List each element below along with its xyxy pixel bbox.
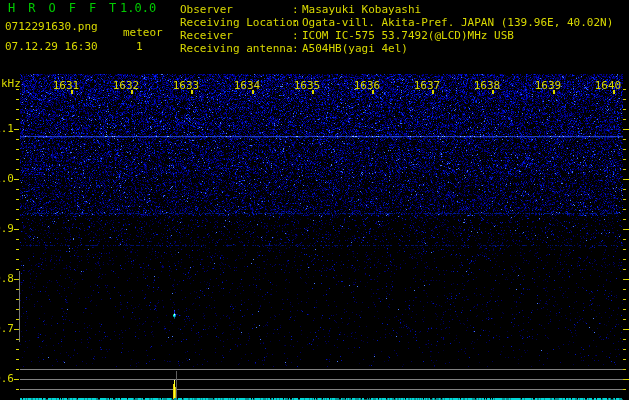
separator: : (292, 3, 302, 16)
location-label: Receiving Location (180, 16, 292, 29)
x-tick-label: 1639 (535, 80, 562, 92)
y-tick-label: 1.1 (0, 123, 14, 135)
hrofft-output-image: HROFFT 1.0.0 0712291630.png meteor 07.12… (0, 0, 629, 400)
y-axis-unit-label: kHz (1, 77, 21, 90)
app-version: 1.0.0 (120, 2, 156, 15)
observer-value: Masayuki Kobayashi (302, 3, 421, 16)
x-tick-label: 1631 (53, 80, 80, 92)
spectrogram-canvas (0, 0, 629, 400)
output-filename: 0712291630.png (5, 20, 98, 33)
mode-label: meteor (123, 26, 163, 39)
receiver-label: Receiver (180, 29, 292, 42)
location-value: Ogata-vill. Akita-Pref. JAPAN (139.96E, … (302, 16, 613, 29)
x-tick-label: 1637 (414, 80, 441, 92)
observer-label: Observer (180, 3, 292, 16)
location-row: Receiving Location:Ogata-vill. Akita-Pre… (180, 16, 613, 29)
y-tick-label: 1.0 (0, 173, 14, 185)
x-tick-label: 1640 (595, 80, 622, 92)
separator: : (292, 42, 302, 55)
meteor-count: 1 (136, 40, 143, 53)
separator: : (292, 16, 302, 29)
antenna-row: Receiving antenna:A504HB(yagi 4el) (180, 42, 408, 55)
x-tick-label: 1634 (234, 80, 261, 92)
receiver-value: ICOM IC-575 53.7492(@LCD)MHz USB (302, 29, 514, 42)
x-tick-label: 1635 (294, 80, 321, 92)
y-tick-label: 0.6 (0, 373, 14, 385)
x-tick-label: 1632 (113, 80, 140, 92)
antenna-label: Receiving antenna (180, 42, 292, 55)
observer-row: Observer:Masayuki Kobayashi (180, 3, 421, 16)
y-tick-label: 0.7 (0, 323, 14, 335)
antenna-value: A504HB(yagi 4el) (302, 42, 408, 55)
x-tick-label: 1636 (354, 80, 381, 92)
x-tick-label: 1638 (474, 80, 501, 92)
timestamp: 07.12.29 16:30 (5, 40, 98, 53)
separator: : (292, 29, 302, 42)
receiver-row: Receiver:ICOM IC-575 53.7492(@LCD)MHz US… (180, 29, 514, 42)
y-tick-label: 0.9 (0, 223, 14, 235)
y-tick-label: 0.8 (0, 273, 14, 285)
app-title: HROFFT (8, 2, 129, 15)
x-tick-label: 1633 (173, 80, 200, 92)
